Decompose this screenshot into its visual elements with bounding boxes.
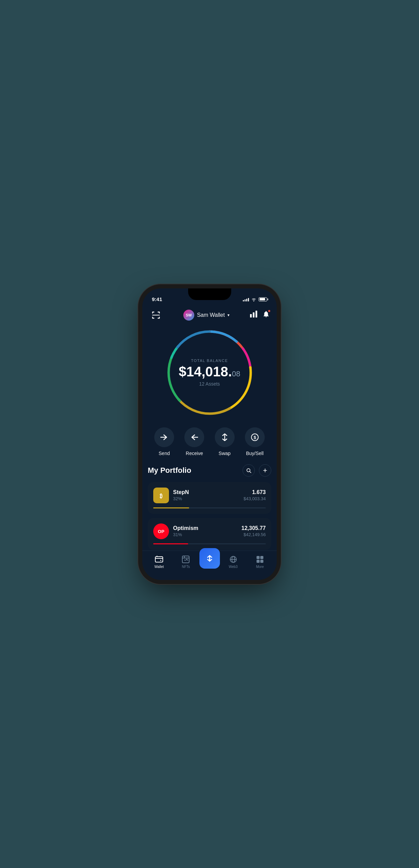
nav-more-label: More [256,565,264,569]
balance-amount: $14,018.08 [179,365,240,378]
receive-button[interactable]: Receive [184,427,204,456]
svg-text:$: $ [253,435,256,440]
nav-web3-label: Web3 [229,565,238,569]
svg-rect-34 [260,556,263,559]
buysell-button[interactable]: $ Buy/Sell [245,427,265,456]
scan-icon[interactable] [149,308,163,322]
stepn-progress-bar [153,507,266,508]
optimism-usd: $42,149.56 [241,532,266,537]
portfolio-header: My Portfolio [148,464,271,477]
svg-rect-33 [257,556,260,559]
stepn-info: StepN 32% [173,489,239,501]
portfolio-title: My Portfolio [148,466,191,475]
svg-rect-36 [260,560,263,563]
optimism-icon: OP [153,523,169,539]
stepn-usd: $43,003.34 [244,496,266,501]
swap-button[interactable]: Swap [215,427,235,456]
phone-frame: 9:41 [142,288,277,580]
wallet-nav-icon [155,555,163,563]
chevron-down-icon: ▾ [227,313,230,318]
swap-label: Swap [219,451,231,456]
nav-wallet-label: Wallet [154,565,163,569]
stepn-values: 1.673 $43,003.34 [244,489,266,501]
battery-icon [259,297,267,301]
balance-center: TOTAL BALANCE $14,018.08 12 Assets [179,359,240,387]
stepn-progress-fill [153,507,189,508]
optimism-info: Optimism 31% [173,525,237,537]
buysell-label: Buy/Sell [246,451,263,456]
balance-assets: 12 Assets [179,381,240,387]
svg-point-26 [160,560,161,561]
notification-badge [268,310,271,312]
bottom-nav: Wallet NFTs [142,550,277,580]
wallet-name: Sam Wallet [197,312,225,318]
balance-circle: TOTAL BALANCE $14,018.08 12 Assets [165,328,254,417]
portfolio-section: My Portfolio [142,464,277,550]
chart-bar-icon[interactable] [250,311,258,319]
optimism-progress-bar [153,543,266,544]
nav-wallet[interactable]: Wallet [146,555,172,569]
web3-nav-icon [229,555,237,563]
nfts-nav-icon [182,555,190,563]
svg-point-28 [184,559,185,560]
svg-text:₿: ₿ [160,493,162,499]
signal-bars-icon [243,297,249,301]
avatar: SW [183,310,194,321]
send-label: Send [159,451,170,456]
search-portfolio-button[interactable] [243,464,255,477]
optimism-asset-card[interactable]: OP Optimism 31% 12,305.77 $42,149.56 [148,518,271,550]
svg-rect-25 [155,557,163,562]
nav-nfts[interactable]: NFTs [172,555,199,569]
svg-rect-27 [182,556,189,563]
balance-section: TOTAL BALANCE $14,018.08 12 Assets [142,325,277,424]
svg-line-18 [250,471,251,473]
optimism-name: Optimism [173,525,237,531]
optimism-values: 12,305.77 $42,149.56 [241,525,266,537]
header-right [250,310,270,320]
svg-text:OP: OP [158,529,165,534]
portfolio-actions [243,464,271,477]
svg-rect-2 [253,312,254,318]
status-time: 9:41 [152,296,162,302]
wifi-icon [251,297,257,301]
scroll-content[interactable]: SW Sam Wallet ▾ [142,306,277,550]
optimism-percent: 31% [173,532,237,537]
stepn-amount: 1.673 [244,489,266,495]
notch [188,288,231,300]
stepn-asset-card[interactable]: ₿ StepN 32% 1.673 $43,003.34 [148,482,271,514]
action-buttons: Send Receive [142,424,277,464]
stepn-icon: ₿ [153,488,169,503]
receive-label: Receive [186,451,203,456]
svg-rect-1 [250,314,252,318]
send-button[interactable]: Send [154,427,174,456]
nav-center-button[interactable] [199,548,220,569]
header: SW Sam Wallet ▾ [142,306,277,325]
nav-web3[interactable]: Web3 [220,555,247,569]
balance-label: TOTAL BALANCE [179,359,240,363]
wallet-selector[interactable]: SW Sam Wallet ▾ [183,310,230,321]
optimism-amount: 12,305.77 [241,525,266,531]
stepn-name: StepN [173,489,239,495]
stepn-percent: 32% [173,496,239,501]
bell-notification-icon[interactable] [262,310,270,320]
status-icons [243,297,267,301]
optimism-progress-fill [153,543,188,544]
nav-more[interactable]: More [247,555,273,569]
add-asset-button[interactable] [259,464,271,477]
nav-nfts-label: NFTs [182,565,190,569]
svg-rect-3 [256,311,257,318]
svg-rect-35 [257,560,260,563]
more-nav-icon [256,555,264,563]
